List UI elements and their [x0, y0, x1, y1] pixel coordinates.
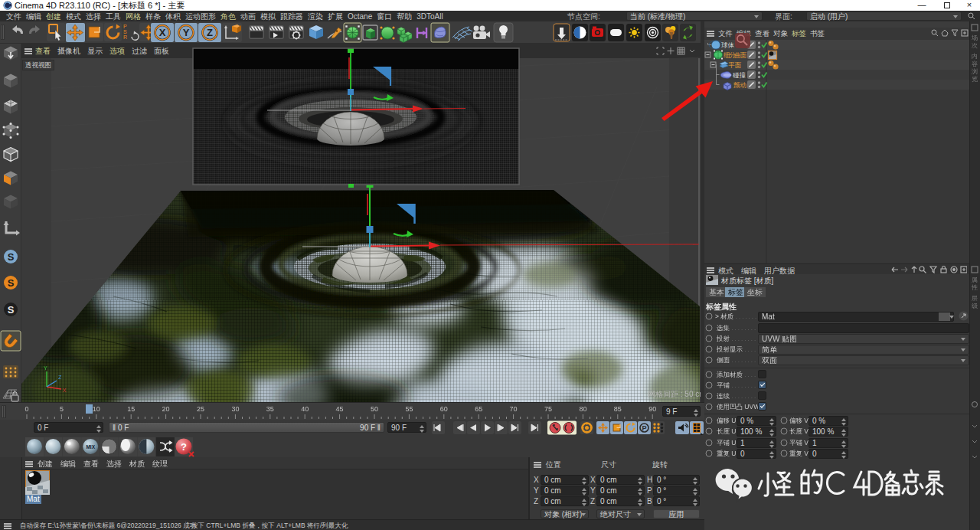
- svg-text:浏: 浏: [972, 68, 978, 75]
- svg-text:内: 内: [972, 53, 978, 60]
- svg-text:级: 级: [972, 303, 978, 309]
- svg-text:览: 览: [972, 76, 978, 83]
- svg-text:属: 属: [972, 276, 978, 283]
- svg-text:容: 容: [972, 61, 978, 67]
- svg-text:场: 场: [971, 34, 978, 41]
- svg-text:性: 性: [971, 284, 978, 291]
- svg-text:次: 次: [972, 42, 978, 49]
- svg-text:层: 层: [972, 295, 978, 302]
